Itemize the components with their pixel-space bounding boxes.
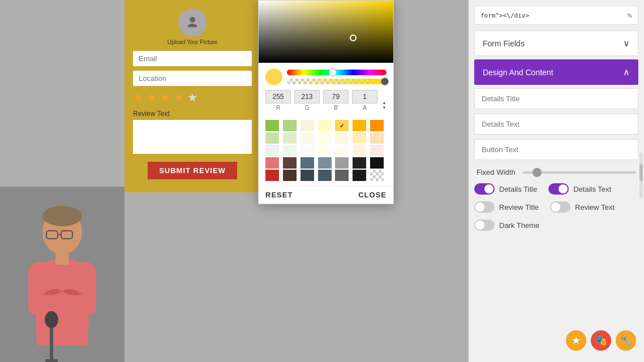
right-panel-scrollbar[interactable] [639,153,643,198]
swatch-33[interactable] [335,170,349,181]
swatch-5-selected[interactable] [335,120,349,131]
right-panel: form"><\/div> ✎ Form Fields ∨ Design And… [469,0,644,362]
review-text-toggle[interactable] [550,201,570,213]
svg-rect-10 [50,322,53,362]
toggle-row-3: Dark Theme [474,219,638,231]
code-text: form"><\/div> [480,12,529,19]
swatch-17[interactable] [300,145,314,156]
swatch-23[interactable] [283,157,297,169]
details-text-toggle-item: Details Text [548,183,611,195]
swatch-15[interactable] [265,145,279,156]
edit-icon[interactable]: ✎ [628,11,632,20]
swatch-21[interactable] [370,145,384,156]
swatch-9[interactable] [283,132,297,144]
r-input[interactable]: 255 [265,90,291,104]
swatch-13[interactable] [353,132,366,144]
svg-rect-9 [85,269,96,314]
design-content-section[interactable]: Design And Content ∧ [474,59,638,85]
location-input[interactable] [133,71,252,86]
dark-theme-toggle-label: Dark Theme [499,221,539,230]
code-snippet-box: form"><\/div> ✎ [474,6,638,25]
swatch-20[interactable] [353,145,366,156]
alpha-slider[interactable] [287,79,387,84]
scrollbar-thumb[interactable] [639,164,643,181]
a-label: A [363,105,367,111]
spinner[interactable]: ▲ ▼ [382,100,387,111]
swatch-28[interactable] [370,157,384,169]
details-text-toggle[interactable] [548,183,569,195]
alpha-thumb[interactable] [381,77,389,85]
color-gradient-area[interactable] [259,1,393,63]
gradient-cursor[interactable] [350,35,357,41]
details-title-toggle[interactable] [474,183,495,195]
review-textarea[interactable] [133,120,252,154]
stars-row: ★ ★ ★ ★ ★ [133,90,252,104]
details-title-input[interactable] [474,88,638,109]
review-title-toggle-item: Review Title [474,201,539,213]
face-bottom-icon[interactable]: 🎭 [591,330,611,351]
button-text-input[interactable] [474,139,638,160]
swatch-25[interactable] [318,157,332,169]
review-title-toggle[interactable] [474,201,495,213]
close-button[interactable]: CLOSE [358,191,387,199]
star-4[interactable]: ★ [174,90,184,104]
details-text-input[interactable] [474,114,638,135]
hue-thumb[interactable] [329,68,337,76]
swatch-14[interactable] [370,132,384,144]
r-field: 255 R [265,90,291,111]
swatch-4[interactable] [318,120,332,131]
swatch-12[interactable] [335,132,349,144]
svg-point-12 [45,311,58,328]
hue-slider[interactable] [287,70,387,75]
swatch-22[interactable] [265,157,279,169]
star-bottom-icon[interactable]: ★ [566,330,586,351]
a-input[interactable]: 1 [352,90,377,104]
webcam-area [0,187,124,362]
svg-point-4 [42,206,82,226]
star-1[interactable]: ★ [133,90,143,104]
swatch-26[interactable] [335,157,349,169]
swatch-1[interactable] [265,120,279,131]
submit-button[interactable]: SUBMIT REVIEW [148,162,237,179]
b-input[interactable]: 79 [323,90,349,104]
color-picker: 255 R 213 G 79 B 1 A ▲ ▼ [258,0,394,204]
dark-theme-toggle[interactable] [474,219,495,231]
swatch-29[interactable] [265,170,279,181]
swatch-10[interactable] [300,132,314,144]
swatches-grid [259,120,393,186]
swatch-transparent[interactable] [370,170,384,181]
swatch-27[interactable] [353,157,366,169]
star-3[interactable]: ★ [160,90,170,104]
swatch-19[interactable] [335,145,349,156]
r-label: R [276,105,280,111]
swatch-34[interactable] [353,170,366,181]
g-field: 213 G [294,90,320,111]
swatch-32[interactable] [318,170,332,181]
swatch-6[interactable] [353,120,366,131]
form-fields-section[interactable]: Form Fields ∨ [474,31,638,56]
swatch-3[interactable] [300,120,314,131]
fixed-width-slider[interactable] [522,171,636,174]
swatch-11[interactable] [318,132,332,144]
reset-button[interactable]: RESET [265,191,293,199]
paint-bottom-icon[interactable]: 🔧 [616,330,636,351]
swatch-7[interactable] [370,120,384,131]
swatch-2[interactable] [283,120,297,131]
swatch-31[interactable] [300,170,314,181]
form-fields-label: Form Fields [483,39,525,48]
upload-label: Upload Your Picture [168,39,217,45]
star-2[interactable]: ★ [147,90,157,104]
swatch-30[interactable] [283,170,297,181]
current-color-swatch [265,68,282,85]
swatch-18[interactable] [318,145,332,156]
g-input[interactable]: 213 [294,90,320,104]
swatch-8[interactable] [265,132,279,144]
star-5[interactable]: ★ [187,90,198,104]
toggle-row-2: Review Title Review Text [474,201,638,213]
email-input[interactable] [133,51,252,66]
review-text-toggle-item: Review Text [550,201,615,213]
picker-controls: 255 R 213 G 79 B 1 A ▲ ▼ [259,63,393,120]
swatch-24[interactable] [300,157,314,169]
swatch-16[interactable] [283,145,297,156]
upload-area: Upload Your Picture [133,8,252,45]
